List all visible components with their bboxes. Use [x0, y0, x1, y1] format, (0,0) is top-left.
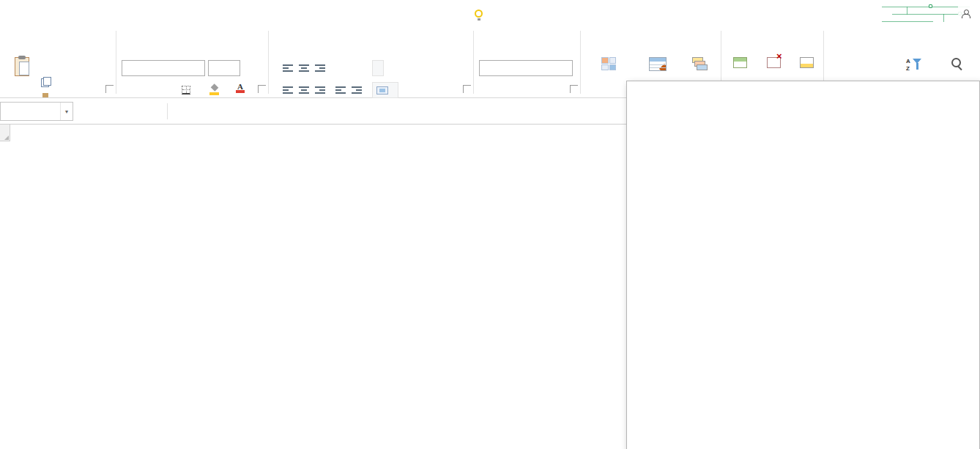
ribbon-tab-bar [0, 0, 980, 26]
logo-icon [860, 3, 879, 22]
font-color-button[interactable]: A [236, 81, 248, 95]
conditional-formatting-icon [601, 57, 616, 70]
lightbulb-icon [475, 10, 483, 18]
increase-indent-button[interactable] [352, 83, 362, 97]
cell-styles-button[interactable] [683, 57, 718, 74]
excel-window: A [0, 0, 980, 449]
delete-cells-icon [767, 57, 781, 68]
increase-indent-icon [352, 86, 362, 94]
wrap-text-button[interactable] [372, 60, 384, 76]
clipboard-dialog-launcher[interactable] [105, 85, 114, 93]
find-select-button[interactable] [938, 57, 976, 73]
top-align-icon [283, 64, 293, 72]
borders-icon [182, 86, 190, 94]
insert-function-button[interactable] [145, 102, 163, 121]
accounting-format-button[interactable] [483, 83, 486, 97]
font-dialog-launcher[interactable] [258, 85, 266, 93]
confirm-entry-button[interactable] [126, 102, 144, 121]
cut-button[interactable] [41, 59, 44, 73]
number-format-combo[interactable] [479, 60, 573, 76]
bottom-align-icon [315, 64, 325, 72]
underline-button[interactable] [154, 82, 157, 97]
font-color-icon: A [236, 83, 245, 93]
sort-filter-button[interactable]: AZ [895, 57, 933, 74]
orientation-button[interactable] [337, 59, 340, 74]
align-left-button[interactable] [283, 83, 293, 97]
format-cells-icon [800, 57, 814, 68]
name-box[interactable]: ▾ [0, 102, 73, 121]
share-button[interactable] [958, 5, 977, 21]
bottom-align-button[interactable] [315, 61, 325, 75]
sort-filter-icon: AZ [906, 57, 922, 71]
font-size-combo[interactable] [208, 60, 240, 76]
delete-cells-button[interactable] [757, 57, 790, 71]
copy-button[interactable] [41, 75, 57, 89]
conditional-formatting-button[interactable] [584, 57, 633, 73]
tab-file[interactable] [0, 0, 34, 26]
decrease-indent-button[interactable] [335, 83, 346, 97]
format-cells-button[interactable] [790, 57, 823, 71]
merge-center-button[interactable] [372, 82, 398, 98]
align-right-button[interactable] [315, 83, 325, 97]
person-icon [962, 10, 970, 18]
cell-styles-icon [692, 57, 708, 71]
name-box-caret-icon[interactable]: ▾ [60, 103, 73, 120]
font-name-combo[interactable] [122, 60, 205, 76]
insert-cells-icon [733, 57, 747, 68]
autosum-button[interactable] [829, 59, 835, 73]
insert-cells-button[interactable] [724, 57, 756, 71]
alignment-dialog-launcher[interactable] [463, 85, 471, 93]
fill-color-button[interactable] [209, 82, 223, 97]
middle-align-button[interactable] [299, 61, 309, 75]
table-style-gallery [626, 81, 980, 449]
worksheet [0, 125, 631, 449]
center-icon [299, 86, 309, 94]
copy-icon [41, 77, 51, 87]
paste-icon [15, 57, 29, 76]
merge-center-icon [376, 86, 388, 94]
align-right-icon [315, 86, 325, 94]
paste-button[interactable] [6, 57, 38, 79]
middle-align-icon [299, 64, 309, 72]
center-button[interactable] [299, 83, 309, 97]
top-align-button[interactable] [283, 61, 293, 75]
number-dialog-launcher[interactable] [570, 85, 578, 93]
format-as-table-icon [649, 57, 667, 71]
decrease-indent-icon [335, 86, 346, 94]
select-all-corner[interactable] [0, 125, 10, 141]
tell-me-box[interactable] [475, 0, 488, 26]
magnifier-icon [951, 57, 963, 70]
fill-color-icon [209, 84, 220, 95]
format-as-table-button[interactable] [636, 57, 680, 74]
align-left-icon [283, 86, 293, 94]
borders-button[interactable] [182, 83, 193, 97]
cancel-entry-button[interactable] [107, 102, 125, 121]
